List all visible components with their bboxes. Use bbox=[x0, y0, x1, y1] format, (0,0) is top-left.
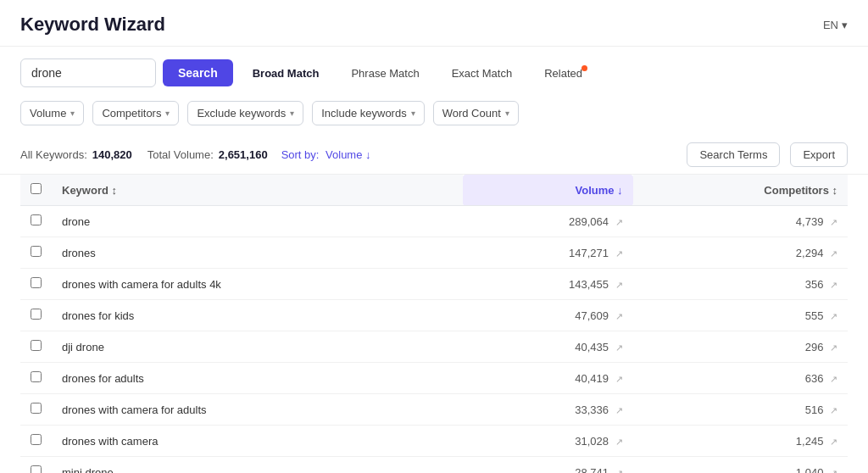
stats-right: Search Terms Export bbox=[687, 142, 848, 167]
arrow-icon[interactable]: ↗ bbox=[615, 437, 623, 447]
tab-exact-match[interactable]: Exact Match bbox=[439, 60, 526, 86]
table-row: drones with camera 31,028 ↗ 1,245 ↗ bbox=[20, 426, 848, 457]
filter-exclude-keywords[interactable]: Exclude keywords ▾ bbox=[187, 101, 303, 125]
row-checkbox[interactable] bbox=[31, 309, 42, 320]
table-body: drone 289,064 ↗ 4,739 ↗ drones 147,271 ↗… bbox=[20, 206, 848, 474]
volume-cell: 143,455 ↗ bbox=[463, 269, 633, 300]
select-all-col bbox=[20, 175, 52, 206]
row-checkbox[interactable] bbox=[31, 371, 42, 382]
row-checkbox-cell bbox=[20, 426, 52, 457]
arrow-icon[interactable]: ↗ bbox=[615, 468, 623, 474]
stats-bar: All Keywords: 140,820 Total Volume: 2,65… bbox=[0, 134, 868, 175]
sort-by-label: Sort by: bbox=[281, 148, 320, 161]
tab-phrase-match[interactable]: Phrase Match bbox=[338, 60, 431, 86]
row-checkbox[interactable] bbox=[31, 214, 42, 225]
competitors-cell: 636 ↗ bbox=[633, 363, 848, 394]
arrow-icon[interactable]: ↗ bbox=[830, 280, 837, 290]
table-row: drones 147,271 ↗ 2,294 ↗ bbox=[20, 237, 848, 269]
filter-competitors[interactable]: Competitors ▾ bbox=[92, 101, 179, 125]
related-label: Related bbox=[544, 67, 582, 80]
arrow-icon[interactable]: ↗ bbox=[615, 217, 623, 227]
all-keywords-value: 140,820 bbox=[92, 148, 132, 161]
table-row: drones with camera for adults 4k 143,455… bbox=[20, 269, 848, 300]
volume-cell: 47,609 ↗ bbox=[463, 300, 633, 331]
filter-volume[interactable]: Volume ▾ bbox=[20, 101, 84, 125]
arrow-icon[interactable]: ↗ bbox=[830, 217, 837, 227]
filter-wordcount-label: Word Count bbox=[442, 107, 501, 120]
filter-bar: Volume ▾ Competitors ▾ Exclude keywords … bbox=[0, 96, 868, 134]
chevron-down-icon: ▾ bbox=[165, 109, 170, 118]
arrow-icon[interactable]: ↗ bbox=[830, 374, 837, 384]
select-all-checkbox[interactable] bbox=[31, 183, 42, 194]
row-checkbox[interactable] bbox=[31, 277, 42, 288]
filter-exclude-label: Exclude keywords bbox=[197, 107, 286, 120]
row-checkbox-cell bbox=[20, 269, 52, 300]
lang-selector[interactable]: EN ▾ bbox=[823, 19, 848, 31]
table-row: drones with camera for adults 33,336 ↗ 5… bbox=[20, 394, 848, 426]
arrow-icon[interactable]: ↗ bbox=[615, 280, 623, 290]
table-row: dji drone 40,435 ↗ 296 ↗ bbox=[20, 331, 848, 363]
row-checkbox-cell bbox=[20, 457, 52, 474]
table-header-row: Keyword ↕ Volume ↓ Competitors ↕ bbox=[20, 175, 848, 206]
row-checkbox[interactable] bbox=[31, 246, 42, 257]
arrow-icon[interactable]: ↗ bbox=[615, 311, 623, 321]
row-checkbox-cell bbox=[20, 300, 52, 331]
row-checkbox-cell bbox=[20, 331, 52, 363]
table-row: drones for adults 40,419 ↗ 636 ↗ bbox=[20, 363, 848, 394]
volume-cell: 147,271 ↗ bbox=[463, 237, 633, 269]
arrow-icon[interactable]: ↗ bbox=[615, 374, 623, 384]
volume-cell: 28,741 ↗ bbox=[463, 457, 633, 474]
table-row: drone 289,064 ↗ 4,739 ↗ bbox=[20, 206, 848, 237]
arrow-icon[interactable]: ↗ bbox=[615, 405, 623, 415]
filter-volume-label: Volume bbox=[30, 107, 66, 120]
row-checkbox[interactable] bbox=[31, 465, 42, 473]
search-bar: Search Broad Match Phrase Match Exact Ma… bbox=[0, 47, 868, 96]
arrow-icon[interactable]: ↗ bbox=[615, 248, 623, 259]
export-button[interactable]: Export bbox=[790, 142, 848, 167]
competitors-cell: 516 ↗ bbox=[633, 394, 848, 426]
volume-col-header[interactable]: Volume ↓ bbox=[463, 175, 633, 206]
keyword-cell: drones with camera for adults 4k bbox=[52, 269, 463, 300]
row-checkbox-cell bbox=[20, 206, 52, 237]
chevron-down-icon: ▾ bbox=[505, 109, 509, 118]
sort-by-value: Volume ↓ bbox=[326, 148, 370, 161]
tab-related[interactable]: Related bbox=[531, 60, 595, 86]
arrow-icon[interactable]: ↗ bbox=[830, 437, 837, 447]
chevron-down-icon: ▾ bbox=[411, 109, 415, 118]
arrow-icon[interactable]: ↗ bbox=[830, 405, 837, 415]
search-button[interactable]: Search bbox=[163, 59, 233, 86]
row-checkbox[interactable] bbox=[31, 403, 42, 414]
keyword-cell: drones for kids bbox=[52, 300, 463, 331]
page-title: Keyword Wizard bbox=[20, 14, 165, 36]
arrow-icon[interactable]: ↗ bbox=[830, 468, 837, 474]
keyword-cell: drone bbox=[52, 206, 463, 237]
search-input[interactable] bbox=[20, 58, 156, 87]
volume-cell: 40,419 ↗ bbox=[463, 363, 633, 394]
total-volume-label: Total Volume: bbox=[147, 148, 214, 161]
search-terms-button[interactable]: Search Terms bbox=[687, 142, 780, 167]
table-row: mini drone 28,741 ↗ 1,040 ↗ bbox=[20, 457, 848, 474]
row-checkbox[interactable] bbox=[31, 434, 42, 445]
arrow-icon[interactable]: ↗ bbox=[830, 311, 837, 321]
lang-label: EN bbox=[823, 19, 838, 31]
keyword-col-header[interactable]: Keyword ↕ bbox=[52, 175, 463, 206]
related-badge bbox=[581, 65, 587, 71]
arrow-icon[interactable]: ↗ bbox=[830, 248, 837, 259]
app-wrapper: Keyword Wizard EN ▾ Search Broad Match P… bbox=[0, 0, 868, 473]
volume-cell: 40,435 ↗ bbox=[463, 331, 633, 363]
keyword-cell: drones bbox=[52, 237, 463, 269]
filter-word-count[interactable]: Word Count ▾ bbox=[433, 101, 519, 125]
tab-broad-match[interactable]: Broad Match bbox=[240, 60, 332, 86]
competitors-cell: 356 ↗ bbox=[633, 269, 848, 300]
volume-cell: 33,336 ↗ bbox=[463, 394, 633, 426]
competitors-col-header[interactable]: Competitors ↕ bbox=[633, 175, 848, 206]
sort-by[interactable]: Sort by: Volume ↓ bbox=[281, 148, 371, 161]
row-checkbox[interactable] bbox=[31, 340, 42, 351]
stats-left: All Keywords: 140,820 Total Volume: 2,65… bbox=[20, 148, 371, 161]
filter-competitors-label: Competitors bbox=[102, 107, 161, 120]
arrow-icon[interactable]: ↗ bbox=[615, 342, 623, 353]
filter-include-label: Include keywords bbox=[321, 107, 406, 120]
filter-include-keywords[interactable]: Include keywords ▾ bbox=[312, 101, 424, 125]
arrow-icon[interactable]: ↗ bbox=[830, 342, 837, 353]
header: Keyword Wizard EN ▾ bbox=[0, 0, 868, 47]
